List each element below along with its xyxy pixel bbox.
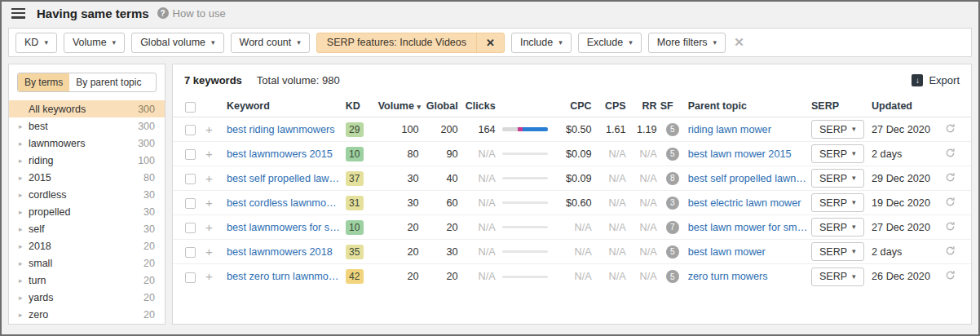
add-to-list-icon[interactable]: +	[205, 171, 213, 185]
sidebar-term-item[interactable]: ▸ small 20	[9, 254, 165, 272]
filter-dropdown-include[interactable]: Include▾	[511, 33, 572, 53]
header-parent-topic[interactable]: Parent topic	[688, 100, 808, 112]
add-to-list-icon[interactable]: +	[205, 269, 213, 283]
sidebar-term-item[interactable]: ▸ self 30	[9, 220, 165, 237]
expand-arrow-icon[interactable]: ▸	[19, 139, 29, 148]
serp-dropdown-button[interactable]: SERP▾	[811, 218, 864, 237]
header-volume[interactable]: Volume ▾	[378, 100, 419, 112]
expand-arrow-icon[interactable]: ▸	[19, 174, 29, 182]
filter-dropdown-global-volume[interactable]: Global volume▾	[131, 33, 223, 53]
header-kd[interactable]: KD	[346, 100, 375, 112]
sidebar-term-item[interactable]: ▸ turn 20	[9, 272, 165, 289]
filter-dropdown-volume[interactable]: Volume▾	[64, 33, 125, 53]
refresh-icon[interactable]	[945, 221, 956, 232]
serp-dropdown-button[interactable]: SERP▾	[811, 120, 864, 139]
sidebar-term-item[interactable]: ▸ best 300	[9, 117, 165, 135]
add-to-list-icon[interactable]: +	[205, 122, 213, 136]
expand-arrow-icon[interactable]: ▸	[19, 225, 29, 233]
sidebar-term-item[interactable]: ▸ zero 20	[9, 306, 165, 323]
term-label: riding	[29, 155, 138, 166]
menu-icon[interactable]	[11, 8, 25, 19]
sidebar-term-item[interactable]: ▸ cordless 30	[9, 186, 165, 203]
header-cpc[interactable]: CPC	[553, 100, 592, 112]
sidebar-term-item[interactable]: ▸ 2018 20	[9, 237, 165, 254]
add-to-list-icon[interactable]: +	[205, 147, 213, 161]
parent-topic-link[interactable]: best electric lawn mower	[688, 197, 808, 209]
header-serp[interactable]: SERP	[811, 100, 868, 112]
sidebar-term-item[interactable]: ▸ 2015 80	[9, 169, 165, 186]
how-to-use[interactable]: ? How to use	[157, 7, 226, 20]
remove-filter-icon[interactable]: ✕	[476, 33, 504, 52]
filter-dropdown-exclude[interactable]: Exclude▾	[578, 33, 642, 53]
expand-arrow-icon[interactable]: ▸	[19, 122, 29, 130]
filter-dropdown-kd[interactable]: KD▾	[15, 33, 57, 53]
expand-arrow-icon[interactable]: ▸	[19, 311, 29, 319]
keyword-link[interactable]: best lawnmowers 2018	[227, 246, 342, 258]
serp-features-filter-label[interactable]: SERP features: Include Videos	[317, 37, 476, 48]
select-all-checkbox[interactable]	[185, 102, 196, 113]
row-checkbox[interactable]	[185, 125, 196, 135]
tab-by-parent-topic[interactable]: By parent topic	[69, 73, 148, 91]
sidebar-term-item[interactable]: All keywords 300	[9, 100, 165, 117]
term-count: 30	[143, 189, 155, 201]
sidebar-term-item[interactable]: ▸ yards 20	[9, 289, 165, 306]
clear-all-filters-icon[interactable]: ✕	[734, 35, 744, 50]
sidebar-term-item[interactable]: ▸ lawnmowers 300	[9, 135, 165, 152]
serp-dropdown-button[interactable]: SERP▾	[811, 193, 864, 212]
sidebar-term-item[interactable]: ▸ propelled 30	[9, 203, 165, 220]
row-checkbox[interactable]	[185, 247, 196, 258]
serp-dropdown-button[interactable]: SERP▾	[811, 144, 864, 163]
expand-arrow-icon[interactable]: ▸	[19, 294, 29, 302]
header-global[interactable]: Global	[422, 100, 458, 112]
chevron-down-icon: ▾	[629, 39, 633, 46]
refresh-icon[interactable]	[945, 197, 956, 207]
header-sf[interactable]: SF	[660, 100, 685, 112]
keyword-link[interactable]: best zero turn lawnmowers	[227, 271, 342, 282]
keyword-link[interactable]: best lawnmowers 2015	[227, 148, 342, 160]
parent-topic-link[interactable]: best lawn mower 2015	[688, 148, 808, 160]
parent-topic-link[interactable]: riding lawn mower	[688, 124, 808, 135]
header-updated[interactable]: Updated	[872, 100, 942, 112]
keyword-link[interactable]: best self propelled lawnmowers	[227, 173, 342, 184]
expand-arrow-icon[interactable]: ▸	[19, 208, 29, 216]
tab-by-terms[interactable]: By terms	[18, 73, 69, 91]
sidebar-term-item[interactable]: ▸ riding 100	[9, 152, 165, 169]
expand-arrow-icon[interactable]: ▸	[19, 276, 29, 285]
row-checkbox[interactable]	[185, 149, 196, 160]
expand-arrow-icon[interactable]: ▸	[19, 191, 29, 199]
row-checkbox[interactable]	[185, 272, 196, 283]
parent-topic-link[interactable]: best self propelled lawn mower	[688, 173, 808, 184]
add-to-list-icon[interactable]: +	[205, 220, 213, 234]
refresh-icon[interactable]	[945, 245, 956, 256]
refresh-icon[interactable]	[945, 172, 956, 183]
header-clicks[interactable]: Clicks	[461, 100, 496, 112]
add-to-list-icon[interactable]: +	[205, 245, 213, 259]
filter-dropdown-word-count[interactable]: Word count▾	[231, 33, 310, 53]
serp-dropdown-button[interactable]: SERP▾	[811, 267, 864, 286]
header-keyword[interactable]: Keyword	[227, 100, 342, 112]
keyword-link[interactable]: best riding lawnmowers	[227, 124, 342, 135]
row-checkbox[interactable]	[185, 223, 196, 233]
filter-dropdown-more-filters[interactable]: More filters▾	[648, 33, 726, 53]
help-icon[interactable]: ?	[157, 7, 169, 19]
keyword-link[interactable]: best cordless lawnmowers	[227, 197, 342, 209]
serp-dropdown-button[interactable]: SERP▾	[811, 169, 864, 188]
expand-arrow-icon[interactable]: ▸	[19, 157, 29, 165]
parent-topic-link[interactable]: best lawn mower	[688, 246, 808, 258]
refresh-icon[interactable]	[945, 270, 956, 281]
header-cps[interactable]: CPS	[595, 100, 626, 112]
keyword-link[interactable]: best lawnmowers for small yards	[227, 222, 342, 233]
refresh-icon[interactable]	[945, 123, 956, 134]
export-button[interactable]: ↓ Export	[912, 74, 960, 86]
parent-topic-link[interactable]: zero turn mowers	[688, 271, 808, 282]
refresh-icon[interactable]	[945, 148, 956, 158]
parent-topic-link[interactable]: best lawn mower for small yard	[688, 222, 808, 233]
serp-dropdown-button[interactable]: SERP▾	[811, 242, 864, 261]
expand-arrow-icon[interactable]: ▸	[19, 259, 29, 267]
add-to-list-icon[interactable]: +	[205, 196, 213, 210]
global-value: 40	[422, 173, 458, 184]
header-rr[interactable]: RR	[629, 100, 657, 112]
row-checkbox[interactable]	[185, 198, 196, 209]
row-checkbox[interactable]	[185, 174, 196, 184]
expand-arrow-icon[interactable]: ▸	[19, 242, 29, 250]
